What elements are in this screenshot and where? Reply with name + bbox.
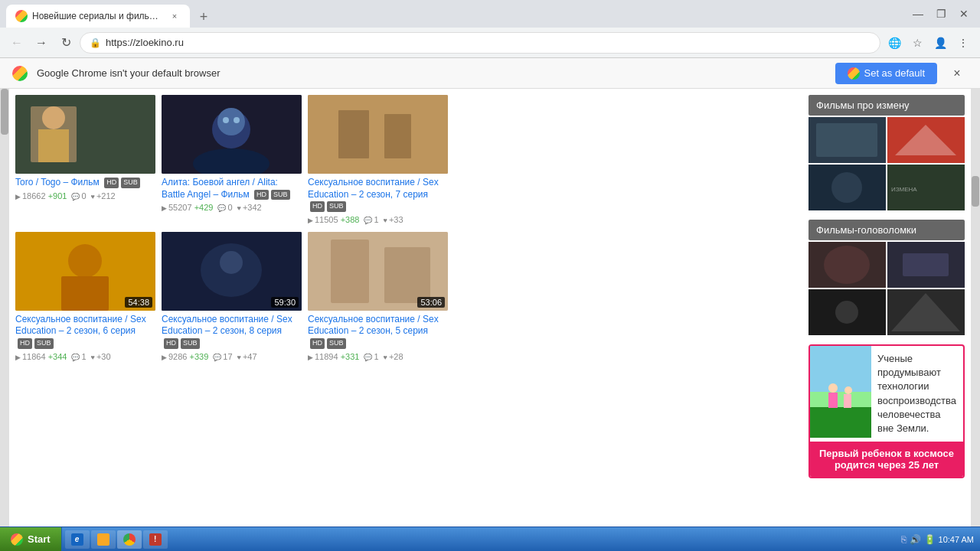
video-title-sexed8[interactable]: Сексуальное воспитание / Sex Education –… xyxy=(162,314,302,350)
svg-point-31 xyxy=(831,172,862,203)
banner-close-button[interactable]: × xyxy=(946,63,968,84)
stat-views-sexed5: 11894 +331 xyxy=(308,352,359,361)
sidebar-img-6[interactable] xyxy=(887,242,965,288)
video-title-alita[interactable]: Алита: Боевой ангел / Alita: Battle Ange… xyxy=(162,177,302,201)
stat-comments-sexed5: 1 xyxy=(364,352,378,361)
translate-button[interactable]: 🌐 xyxy=(884,32,905,54)
sidebar-block-izmena: Фильмы про измену xyxy=(808,95,965,210)
taskbar-ie[interactable]: e xyxy=(65,530,90,549)
bookmark-button[interactable]: ☆ xyxy=(906,32,928,54)
tab-close-button[interactable]: × xyxy=(168,10,181,22)
stat-views-sexed7: 11505 +388 xyxy=(308,215,359,224)
system-tray: ⎘ 🔊 🔋 xyxy=(901,534,936,545)
video-duration-sexed8: 59:30 xyxy=(271,297,299,308)
sidebar-img-2[interactable] xyxy=(887,117,965,163)
battery-icon: 🔋 xyxy=(924,534,936,545)
video-thumb-sexed7[interactable] xyxy=(308,95,448,174)
sidebar-block1-title[interactable]: Фильмы про измену xyxy=(808,95,965,116)
video-title-sexed7[interactable]: Сексуальное воспитание / Sex Education –… xyxy=(308,177,448,213)
badge-sub-sexed7: SUB xyxy=(327,201,346,212)
ad-content: Ученые продумывают технологии воспроизво… xyxy=(810,346,963,442)
badge-sub-sexed6: SUB xyxy=(34,338,54,349)
set-as-default-button[interactable]: Set as default xyxy=(835,63,938,84)
main-area: Toro / Togo – Фильм HD SUB 18662 +901 0 … xyxy=(0,89,980,527)
stat-likes-sexed7: +33 xyxy=(384,215,403,224)
close-button[interactable]: ✕ xyxy=(954,4,974,24)
svg-point-47 xyxy=(844,386,852,394)
svg-point-39 xyxy=(835,301,858,324)
badge-sub: SUB xyxy=(121,178,140,188)
taskbar-chrome[interactable] xyxy=(117,530,142,549)
video-thumb-sexed8[interactable]: 59:30 xyxy=(162,232,302,311)
ad-block[interactable]: Ученые продумывают технологии воспроизво… xyxy=(808,344,965,478)
badge-hd-sexed6: HD xyxy=(18,338,32,349)
start-icon xyxy=(11,533,23,546)
sidebar-img-1[interactable] xyxy=(808,117,886,163)
start-label: Start xyxy=(28,533,51,545)
ad-text: Ученые продумывают технологии воспроизво… xyxy=(871,346,963,442)
svg-rect-27 xyxy=(816,123,877,157)
stat-comments-sexed6: 1 xyxy=(71,352,86,361)
sidebar-img-8[interactable] xyxy=(887,289,965,335)
tab-title: Новейшие сериалы и фильмы смо... xyxy=(32,11,164,21)
maximize-button[interactable]: ❐ xyxy=(931,4,951,24)
video-thumb-sexed5[interactable]: 53:06 xyxy=(308,232,448,311)
video-row-1: Toro / Togo – Фильм HD SUB 18662 +901 0 … xyxy=(15,95,796,227)
sidebar-img-4[interactable]: ИЗМЕНА xyxy=(887,165,965,210)
svg-point-21 xyxy=(220,251,243,274)
av-icon: ! xyxy=(149,533,162,546)
play-icon: ▶ xyxy=(898,499,906,511)
chrome-icon xyxy=(123,533,136,546)
sidebar-img-7[interactable] xyxy=(808,289,886,335)
taskbar-av[interactable]: ! xyxy=(143,530,168,549)
video-stats-toro: 18662 +901 0 +212 xyxy=(15,191,155,201)
video-thumb-sexed6[interactable]: 54:38 xyxy=(15,232,155,311)
video-thumb-alita[interactable] xyxy=(162,95,302,174)
badge-sub-sexed8: SUB xyxy=(181,338,200,349)
refresh-button[interactable]: ↻ xyxy=(55,32,77,54)
chrome-frame: Новейшие сериалы и фильмы смо... × + — ❐… xyxy=(0,0,980,89)
folder-icon xyxy=(97,533,109,546)
back-button[interactable]: ← xyxy=(6,32,28,54)
active-tab[interactable]: Новейшие сериалы и фильмы смо... × xyxy=(6,5,190,28)
ad-cta[interactable]: Первый ребенок в космосе родится через 2… xyxy=(810,442,963,477)
video-title-sexed6[interactable]: Сексуальное воспитание / Sex Education –… xyxy=(15,314,155,350)
ad-image xyxy=(810,346,871,438)
video-info-sexed5: Сексуальное воспитание / Sex Education –… xyxy=(308,311,448,364)
video-title-toro[interactable]: Toro / Togo – Фильм HD SUB xyxy=(15,177,155,189)
sidebar-block2-title[interactable]: Фильмы-головоломки xyxy=(808,220,965,240)
minimize-button[interactable]: — xyxy=(908,4,928,24)
sidebar-img-5[interactable] xyxy=(808,242,886,288)
sidebar-img-3[interactable] xyxy=(808,165,886,210)
video-thumb-toro[interactable] xyxy=(15,95,155,174)
page-content: Toro / Togo – Фильм HD SUB 18662 +901 0 … xyxy=(9,89,802,527)
right-scrollbar[interactable] xyxy=(971,89,980,527)
video-stats-alita: 55207 +429 0 +342 xyxy=(162,203,302,212)
right-scroll-thumb[interactable] xyxy=(972,176,979,207)
clock: 10:47 AM xyxy=(939,535,974,544)
svg-rect-11 xyxy=(308,95,448,174)
video-info-sexed7: Сексуальное воспитание / Sex Education –… xyxy=(308,174,448,227)
video-duration-sexed6: 54:38 xyxy=(125,297,152,308)
new-tab-button[interactable]: + xyxy=(193,6,214,28)
svg-rect-46 xyxy=(828,393,838,408)
menu-button[interactable]: ⋮ xyxy=(952,32,974,54)
svg-point-9 xyxy=(234,117,240,123)
video-title-sexed5[interactable]: Сексуальное воспитание / Sex Education –… xyxy=(308,314,448,350)
svg-rect-44 xyxy=(810,392,871,407)
taskbar-folder[interactable] xyxy=(91,530,116,549)
left-scroll-thumb[interactable] xyxy=(1,89,8,135)
stat-comments-sexed7: 1 xyxy=(364,215,378,224)
video-item-sexed5: 53:06 Сексуальное воспитание / Sex Educa… xyxy=(308,232,448,364)
forward-button[interactable]: → xyxy=(31,32,52,54)
banner-btn-icon xyxy=(848,67,860,80)
left-scrollbar[interactable] xyxy=(0,89,9,527)
videos-section: Toro / Togo – Фильм HD SUB 18662 +901 0 … xyxy=(9,89,802,364)
url-bar[interactable]: 🔒 https://zloekino.ru xyxy=(80,32,880,54)
start-button[interactable]: Start xyxy=(0,527,62,551)
stat-comments-sexed8: 17 xyxy=(213,352,232,361)
account-button[interactable]: 👤 xyxy=(929,32,951,54)
svg-point-8 xyxy=(223,117,229,123)
stat-comments: 0 xyxy=(71,191,86,201)
svg-point-7 xyxy=(217,108,245,135)
